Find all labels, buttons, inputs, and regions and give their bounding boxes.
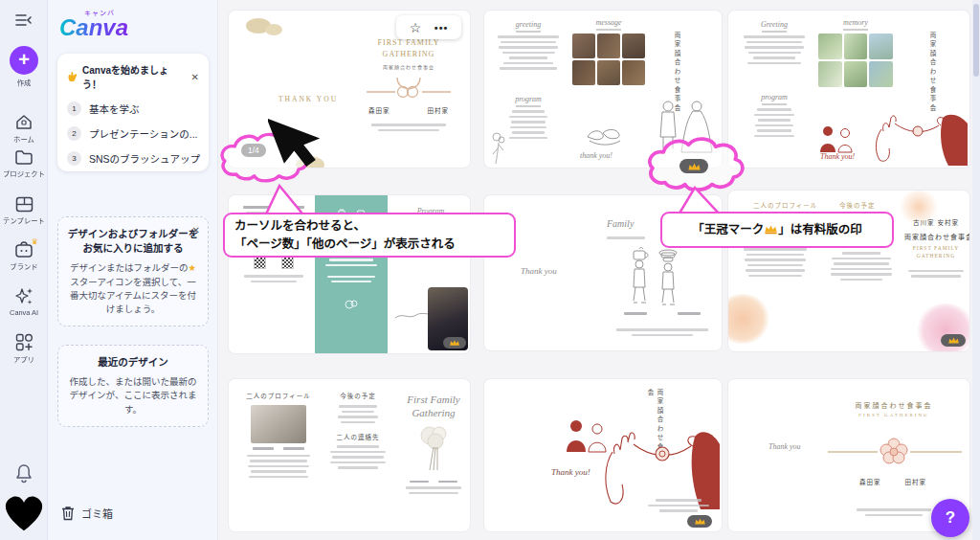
program-column: program bbox=[740, 93, 809, 140]
card6-subtitle: FIRST FAMILY GATHERING bbox=[904, 244, 968, 260]
card6-title: 両家顔合わせ食事会 bbox=[904, 232, 968, 241]
couple-photo bbox=[251, 405, 306, 443]
notifications-button[interactable] bbox=[0, 463, 48, 484]
names-row bbox=[624, 312, 701, 315]
contact-heading: 二人の連絡先 bbox=[324, 432, 391, 441]
text-lines bbox=[612, 326, 712, 339]
getting-started-card: Canvaを始めましょう！ ✕ 1 基本を学ぶ 2 プレゼンテーションの... … bbox=[57, 54, 209, 171]
trash-icon bbox=[61, 506, 75, 521]
sidebar-item-home[interactable]: ホーム bbox=[0, 113, 48, 144]
create-label: 作成 bbox=[2, 77, 46, 86]
family-script: Family bbox=[607, 218, 634, 229]
pro-crown-icon: ♛ bbox=[32, 237, 38, 246]
card9-subtitle: FIRST GATHERING bbox=[841, 413, 947, 417]
pro-badge bbox=[443, 337, 466, 349]
mizuhiki-knot-illustration bbox=[365, 76, 453, 101]
pro-badge-highlighted bbox=[679, 159, 708, 173]
bouquet-illustration bbox=[414, 424, 453, 474]
getting-started-step-2[interactable]: 2 プレゼンテーションの... bbox=[67, 126, 199, 141]
sidebar-item-templates[interactable]: テンプレート bbox=[0, 196, 48, 225]
schedule-heading: 今後の予定 bbox=[839, 200, 876, 210]
thank-you-script: thank you! bbox=[580, 151, 612, 160]
ring-doodle bbox=[344, 298, 359, 309]
greeting-column: Greeting bbox=[740, 20, 809, 67]
more-options-button[interactable]: ••• bbox=[434, 22, 449, 34]
thank-you-text: THANK YOU bbox=[278, 95, 338, 103]
template-card-3[interactable]: Greeting program memory bbox=[727, 10, 970, 169]
thank-you-script: Thank you bbox=[768, 442, 801, 451]
favorites-tip-body: デザインまたはフォルダーの★スターアイコンを選択して、一番大切なアイテムにスター… bbox=[67, 261, 199, 316]
favorites-tip-title: デザインおよびフォルダーをお気に入りに追加する bbox=[67, 227, 199, 256]
family-name: 田村家 bbox=[905, 477, 927, 486]
crown-icon bbox=[947, 336, 960, 345]
folder-icon bbox=[14, 149, 33, 166]
sidebar-item-canva-ai[interactable]: Canva AI bbox=[0, 287, 48, 317]
text-lines bbox=[361, 124, 457, 131]
home-icon bbox=[14, 113, 33, 131]
crown-icon bbox=[694, 517, 706, 526]
flower-sketch bbox=[488, 131, 509, 166]
qr-code bbox=[254, 257, 266, 269]
callout-crown: 「王冠マーク」は有料版の印 bbox=[660, 212, 894, 248]
heart-annotation bbox=[4, 492, 44, 538]
scrollbar-thumb[interactable] bbox=[973, 4, 979, 77]
canva-wordmark: Canva bbox=[59, 14, 128, 40]
pro-badge bbox=[941, 334, 966, 347]
plus-icon: + bbox=[10, 46, 38, 75]
sidebar-item-apps[interactable]: アプリ bbox=[0, 333, 48, 364]
collapse-menu-button[interactable] bbox=[0, 13, 48, 27]
card1-title: FIRST FAMILYGATHERING bbox=[361, 37, 457, 60]
family-name: 森田家 bbox=[368, 105, 390, 115]
crown-icon bbox=[449, 339, 460, 347]
pro-badge bbox=[687, 515, 712, 528]
help-button[interactable]: ? bbox=[931, 499, 969, 537]
family-name: 田村家 bbox=[428, 105, 450, 115]
template-card-7[interactable]: 二人のプロフィール 今後の予定 二人の連絡先 First FamilyGathe… bbox=[228, 378, 471, 532]
recent-designs-body: 作成した、または開いた最新のデザインが、ここに表示されます。 bbox=[67, 375, 199, 416]
canva-logo[interactable]: キャンバ Canva bbox=[59, 8, 128, 39]
shoes-sketch bbox=[584, 124, 624, 148]
close-icon[interactable]: ✕ bbox=[191, 72, 199, 82]
gold-cloud-shape bbox=[265, 24, 282, 35]
trash-label: ゴミ箱 bbox=[81, 506, 113, 521]
qr-code bbox=[281, 257, 294, 269]
home-side-panel: キャンバ Canva Canvaを始めましょう！ ✕ 1 基本を学ぶ 2 プレゼ… bbox=[48, 0, 218, 540]
title-block: 両家顔合わせ食事会 FIRST GATHERING bbox=[841, 400, 947, 417]
create-button[interactable]: + 作成 bbox=[0, 46, 48, 87]
cup-cake-characters bbox=[626, 245, 687, 310]
red-string-hands-illustration bbox=[868, 104, 968, 168]
names-row: 森田家 田村家 bbox=[835, 477, 950, 486]
template-card-8[interactable]: Thank you! 両家顔合わせ食事会 bbox=[483, 378, 723, 532]
star-icon: ★ bbox=[188, 262, 196, 273]
mizuhiki-flower-divider bbox=[828, 435, 962, 469]
getting-started-step-1[interactable]: 1 基本を学ぶ bbox=[67, 101, 199, 116]
memory-column: message bbox=[572, 18, 645, 85]
cursor-pointer bbox=[268, 111, 346, 178]
star-favorite-button[interactable]: ☆ bbox=[410, 21, 422, 34]
recent-designs-box: 最近のデザイン 作成した、または開いた最新のデザインが、ここに表示されます。 bbox=[57, 345, 209, 427]
trash-button[interactable]: ゴミ箱 bbox=[61, 506, 113, 521]
thank-you-script: Thank you! bbox=[820, 152, 855, 161]
watercolor-blob bbox=[727, 294, 770, 344]
template-grid: THANK YOU FIRST FAMILYGATHERING 両家顔合わせ食事… bbox=[218, 0, 980, 540]
card7-script-title: First FamilyGathering bbox=[399, 393, 468, 420]
text-lines bbox=[853, 506, 935, 519]
apps-icon bbox=[15, 333, 33, 351]
thank-you-script: Thank you bbox=[521, 266, 557, 276]
profile-column: 二人のプロフィール bbox=[242, 391, 315, 481]
family-names: 古川家 安村家 bbox=[904, 217, 968, 227]
close-icon[interactable]: ✕ bbox=[192, 225, 200, 236]
card1-subtitle: 両家顔合わせ食事会 bbox=[361, 63, 457, 70]
profile-heading: 二人のプロフィール bbox=[242, 391, 315, 400]
schedule-column: 今後の予定 二人の連絡先 bbox=[324, 391, 391, 472]
sidebar-item-projects[interactable]: プロジェクト bbox=[0, 149, 48, 178]
card-hover-toolbar: ☆ ••• bbox=[396, 15, 461, 39]
card9-title: 両家顔合わせ食事会 bbox=[841, 400, 947, 410]
scrollbar[interactable] bbox=[972, 0, 980, 540]
getting-started-step-3[interactable]: 3 SNSのブラッシュアップ bbox=[67, 151, 199, 166]
sidebar-item-brand[interactable]: ♛ ブランド bbox=[0, 241, 48, 271]
sparkles-icon bbox=[13, 287, 34, 306]
profile-heading: 二人のプロフィール bbox=[753, 200, 817, 210]
text-lines bbox=[599, 234, 653, 242]
schedule-heading: 今後の予定 bbox=[324, 391, 391, 400]
